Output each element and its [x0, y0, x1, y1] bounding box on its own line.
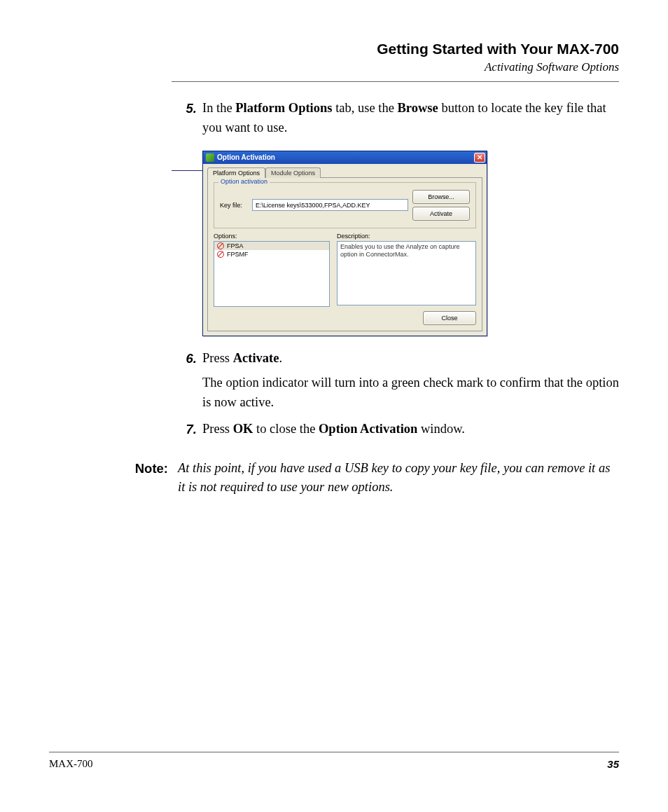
browse-button[interactable]: Browse... — [412, 190, 470, 204]
list-item[interactable]: FPSMF — [214, 250, 329, 259]
list-item[interactable]: FPSA — [214, 242, 329, 250]
dialog-titlebar: Option Activation ✕ — [203, 151, 487, 164]
note-text: At this point, if you have used a USB ke… — [178, 459, 619, 498]
note-label: Note: — [126, 459, 178, 479]
dialog-window: Option Activation ✕ Platform Options Mod… — [202, 151, 487, 336]
close-icon[interactable]: ✕ — [474, 153, 485, 163]
screenshot-option-activation: Option Activation ✕ Platform Options Mod… — [202, 151, 619, 336]
app-icon — [206, 153, 214, 162]
footer-rule — [49, 752, 619, 752]
tab-platform-options[interactable]: Platform Options — [207, 167, 265, 178]
section-subtitle: Activating Software Options — [172, 60, 619, 74]
note-block: Note: At this point, if you have used a … — [49, 459, 619, 498]
disabled-icon — [217, 242, 224, 249]
dialog-title-text: Option Activation — [217, 153, 275, 161]
step-text: In the Platform Options tab, use the Bro… — [202, 99, 619, 138]
disabled-icon — [217, 251, 224, 258]
group-legend: Option activation — [218, 178, 270, 185]
callout-line — [172, 170, 202, 171]
tab-strip: Platform Options Module Options — [207, 167, 482, 177]
tab-panel: Option activation Key file: E:\License k… — [207, 177, 482, 331]
description-label: Description: — [337, 233, 476, 240]
step-text: Press OK to close the Option Activation … — [202, 420, 619, 439]
page-number: 35 — [607, 758, 619, 770]
step-6: 6. Press Activate. — [172, 349, 619, 369]
step-7: 7. Press OK to close the Option Activati… — [172, 420, 619, 439]
header-rule — [172, 81, 619, 82]
footer-product: MAX-700 — [49, 758, 93, 770]
body-content: 5. In the Platform Options tab, use the … — [172, 99, 619, 439]
page-footer: MAX-700 35 — [49, 752, 619, 770]
step-text: Press Activate. — [202, 349, 619, 369]
description-box: Enables you to use the Analyze on captur… — [337, 241, 476, 305]
activate-button[interactable]: Activate — [412, 207, 470, 221]
step-number: 5. — [172, 99, 202, 118]
options-label: Options: — [214, 233, 330, 240]
keyfile-input[interactable]: E:\License keys\533000,FPSA,ADD.KEY — [252, 199, 408, 211]
step-number: 7. — [172, 420, 202, 439]
step-5: 5. In the Platform Options tab, use the … — [172, 99, 619, 138]
close-button[interactable]: Close — [423, 311, 476, 325]
keyfile-label: Key file: — [220, 202, 248, 209]
groupbox-option-activation: Option activation Key file: E:\License k… — [214, 182, 476, 228]
step-6-paragraph: The option indicator will turn into a gr… — [202, 373, 619, 413]
chapter-title: Getting Started with Your MAX-700 — [172, 41, 619, 57]
step-number: 6. — [172, 349, 202, 369]
tab-module-options[interactable]: Module Options — [265, 167, 321, 178]
options-listbox[interactable]: FPSA FPSMF — [214, 241, 330, 307]
